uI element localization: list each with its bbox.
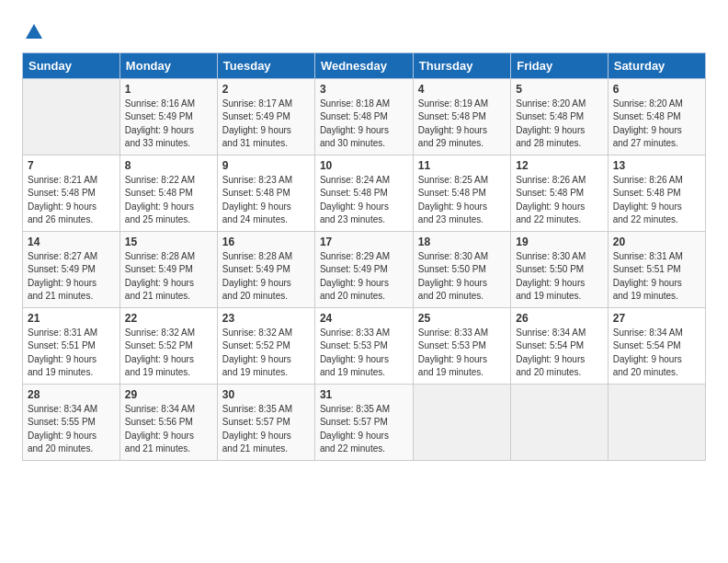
svg-marker-0 [26,24,42,39]
calendar-cell [608,384,705,460]
day-info: Sunrise: 8:18 AMSunset: 5:48 PMDaylight:… [320,98,408,151]
weekday-header-sunday: Sunday [23,52,120,78]
day-number: 24 [320,312,408,325]
day-number: 3 [320,83,408,96]
calendar-cell: 31Sunrise: 8:35 AMSunset: 5:57 PMDayligh… [314,384,413,460]
day-number: 10 [320,159,408,172]
calendar-cell: 1Sunrise: 8:16 AMSunset: 5:49 PMDaylight… [119,78,217,155]
calendar-cell: 12Sunrise: 8:26 AMSunset: 5:48 PMDayligh… [511,155,609,231]
weekday-header-saturday: Saturday [608,52,705,78]
day-number: 31 [320,388,408,401]
calendar-cell: 28Sunrise: 8:34 AMSunset: 5:55 PMDayligh… [23,384,120,460]
calendar-cell: 17Sunrise: 8:29 AMSunset: 5:49 PMDayligh… [314,231,413,307]
day-number: 15 [125,236,212,248]
day-number: 20 [613,236,700,248]
day-number: 13 [613,159,700,172]
day-info: Sunrise: 8:34 AMSunset: 5:55 PMDaylight:… [28,403,115,456]
day-info: Sunrise: 8:26 AMSunset: 5:48 PMDaylight:… [516,174,603,227]
day-number: 12 [516,159,603,172]
calendar-cell: 3Sunrise: 8:18 AMSunset: 5:48 PMDaylight… [314,78,413,155]
day-info: Sunrise: 8:32 AMSunset: 5:52 PMDaylight:… [222,327,310,380]
calendar-cell: 11Sunrise: 8:25 AMSunset: 5:48 PMDayligh… [413,155,510,231]
week-row-1: 7Sunrise: 8:21 AMSunset: 5:48 PMDaylight… [23,155,706,231]
day-info: Sunrise: 8:22 AMSunset: 5:48 PMDaylight:… [125,174,212,227]
weekday-header-tuesday: Tuesday [217,52,314,78]
day-number: 30 [222,388,310,401]
day-number: 11 [418,159,506,172]
calendar-cell [511,384,609,460]
day-info: Sunrise: 8:34 AMSunset: 5:56 PMDaylight:… [125,403,212,456]
calendar-cell: 14Sunrise: 8:27 AMSunset: 5:49 PMDayligh… [23,231,120,307]
calendar-cell: 27Sunrise: 8:34 AMSunset: 5:54 PMDayligh… [608,307,705,384]
day-number: 27 [613,312,700,325]
calendar-cell: 5Sunrise: 8:20 AMSunset: 5:48 PMDaylight… [511,78,609,155]
weekday-header-thursday: Thursday [413,52,510,78]
week-row-3: 21Sunrise: 8:31 AMSunset: 5:51 PMDayligh… [23,307,706,384]
weekday-header-monday: Monday [119,52,217,78]
calendar-table: SundayMondayTuesdayWednesdayThursdayFrid… [22,52,706,461]
day-info: Sunrise: 8:20 AMSunset: 5:48 PMDaylight:… [613,98,700,151]
calendar-cell [413,384,510,460]
day-info: Sunrise: 8:33 AMSunset: 5:53 PMDaylight:… [418,327,506,380]
day-number: 7 [28,159,115,172]
day-info: Sunrise: 8:30 AMSunset: 5:50 PMDaylight:… [418,250,506,304]
day-info: Sunrise: 8:30 AMSunset: 5:50 PMDaylight:… [516,250,603,304]
calendar-cell: 20Sunrise: 8:31 AMSunset: 5:51 PMDayligh… [608,231,705,307]
day-info: Sunrise: 8:31 AMSunset: 5:51 PMDaylight:… [613,250,700,304]
day-info: Sunrise: 8:29 AMSunset: 5:49 PMDaylight:… [320,250,408,304]
calendar-cell: 8Sunrise: 8:22 AMSunset: 5:48 PMDaylight… [119,155,217,231]
calendar-cell: 9Sunrise: 8:23 AMSunset: 5:48 PMDaylight… [217,155,314,231]
day-number: 2 [222,83,310,96]
weekday-header-wednesday: Wednesday [314,52,413,78]
weekday-header-row: SundayMondayTuesdayWednesdayThursdayFrid… [23,52,706,78]
day-number: 23 [222,312,310,325]
day-info: Sunrise: 8:16 AMSunset: 5:49 PMDaylight:… [125,98,212,151]
day-info: Sunrise: 8:19 AMSunset: 5:48 PMDaylight:… [418,98,506,151]
calendar-cell: 15Sunrise: 8:28 AMSunset: 5:49 PMDayligh… [119,231,217,307]
day-number: 28 [28,388,115,401]
logo [22,22,44,47]
day-info: Sunrise: 8:17 AMSunset: 5:49 PMDaylight:… [222,98,310,151]
day-number: 16 [222,236,310,248]
day-info: Sunrise: 8:34 AMSunset: 5:54 PMDaylight:… [516,327,603,380]
calendar-cell: 19Sunrise: 8:30 AMSunset: 5:50 PMDayligh… [511,231,609,307]
day-info: Sunrise: 8:28 AMSunset: 5:49 PMDaylight:… [222,250,310,304]
week-row-4: 28Sunrise: 8:34 AMSunset: 5:55 PMDayligh… [23,384,706,460]
day-number: 14 [28,236,115,248]
day-info: Sunrise: 8:31 AMSunset: 5:51 PMDaylight:… [28,327,115,380]
day-info: Sunrise: 8:24 AMSunset: 5:48 PMDaylight:… [320,174,408,227]
day-number: 19 [516,236,603,248]
calendar-cell: 2Sunrise: 8:17 AMSunset: 5:49 PMDaylight… [217,78,314,155]
calendar-cell: 30Sunrise: 8:35 AMSunset: 5:57 PMDayligh… [217,384,314,460]
day-number: 26 [516,312,603,325]
day-info: Sunrise: 8:23 AMSunset: 5:48 PMDaylight:… [222,174,310,227]
calendar-cell: 10Sunrise: 8:24 AMSunset: 5:48 PMDayligh… [314,155,413,231]
calendar-cell: 16Sunrise: 8:28 AMSunset: 5:49 PMDayligh… [217,231,314,307]
day-number: 6 [613,83,700,96]
logo-icon [24,22,44,42]
week-row-0: 1Sunrise: 8:16 AMSunset: 5:49 PMDaylight… [23,78,706,155]
calendar-cell: 21Sunrise: 8:31 AMSunset: 5:51 PMDayligh… [23,307,120,384]
page: SundayMondayTuesdayWednesdayThursdayFrid… [0,0,728,479]
day-number: 18 [418,236,506,248]
calendar-cell: 23Sunrise: 8:32 AMSunset: 5:52 PMDayligh… [217,307,314,384]
calendar-cell: 29Sunrise: 8:34 AMSunset: 5:56 PMDayligh… [119,384,217,460]
day-number: 9 [222,159,310,172]
header [22,18,706,47]
calendar-cell: 25Sunrise: 8:33 AMSunset: 5:53 PMDayligh… [413,307,510,384]
day-number: 8 [125,159,212,172]
calendar-cell [23,78,120,155]
day-number: 22 [125,312,212,325]
week-row-2: 14Sunrise: 8:27 AMSunset: 5:49 PMDayligh… [23,231,706,307]
calendar-cell: 26Sunrise: 8:34 AMSunset: 5:54 PMDayligh… [511,307,609,384]
day-number: 5 [516,83,603,96]
day-info: Sunrise: 8:20 AMSunset: 5:48 PMDaylight:… [516,98,603,151]
day-number: 29 [125,388,212,401]
day-number: 25 [418,312,506,325]
weekday-header-friday: Friday [511,52,609,78]
calendar-cell: 18Sunrise: 8:30 AMSunset: 5:50 PMDayligh… [413,231,510,307]
day-info: Sunrise: 8:32 AMSunset: 5:52 PMDaylight:… [125,327,212,380]
day-number: 21 [28,312,115,325]
calendar-cell: 6Sunrise: 8:20 AMSunset: 5:48 PMDaylight… [608,78,705,155]
day-info: Sunrise: 8:35 AMSunset: 5:57 PMDaylight:… [222,403,310,456]
